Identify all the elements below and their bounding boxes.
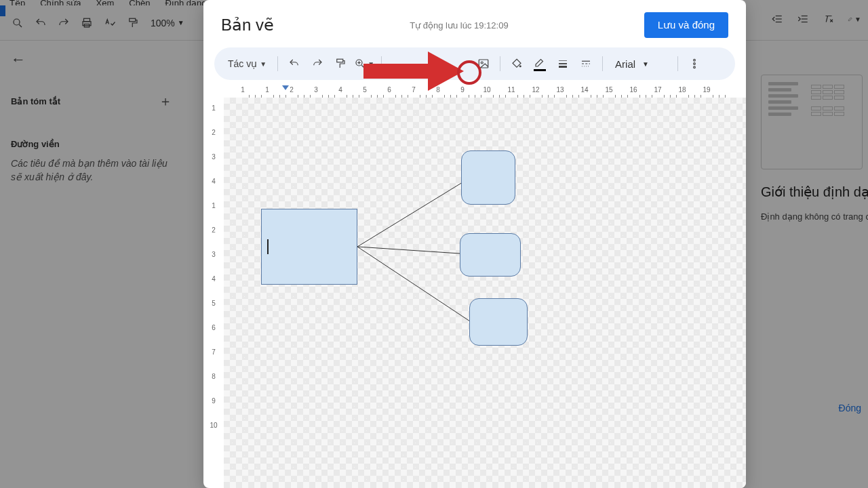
drawing-toolbar: Tác vụ▼ ▼ Arial▼	[214, 47, 735, 80]
paint-format-icon[interactable]	[331, 54, 350, 73]
ruler-vertical[interactable]: 123412345678910	[203, 98, 224, 488]
summary-label: Bản tóm tắt	[11, 96, 60, 106]
svg-point-27	[694, 63, 696, 65]
print-icon[interactable]	[79, 15, 95, 31]
modal-header: Bản vẽ Tự động lưu lúc 19:12:09 Lưu và đ…	[203, 0, 746, 47]
indent-increase-icon[interactable]	[796, 12, 810, 26]
actions-dropdown[interactable]: Tác vụ▼	[224, 54, 271, 73]
font-name: Arial	[615, 58, 635, 70]
clear-format-icon[interactable]	[822, 12, 835, 26]
svg-line-33	[357, 247, 470, 321]
paint-format-icon[interactable]	[125, 15, 141, 31]
info-close-link[interactable]: Đóng	[839, 403, 861, 413]
text-caret	[267, 239, 269, 254]
svg-point-19	[519, 65, 521, 67]
svg-line-1	[19, 24, 22, 27]
spellcheck-icon[interactable]	[102, 15, 118, 31]
info-body: Định dạng không có trang cho phép bạn th…	[761, 210, 868, 224]
drawing-canvas[interactable]	[224, 98, 746, 488]
zoom-value: 100%	[151, 18, 175, 28]
svg-point-28	[694, 66, 696, 68]
svg-point-18	[481, 62, 483, 64]
ruler-horizontal[interactable]: 112345678910111213141516171819	[224, 84, 746, 98]
add-summary-icon[interactable]: ＋	[159, 92, 172, 110]
menu-view[interactable]: Xem	[96, 0, 115, 5]
save-and-close-button[interactable]: Lưu và đóng	[644, 12, 728, 38]
zoom-dropdown[interactable]: 100%▼	[148, 18, 187, 28]
svg-marker-30	[428, 52, 464, 91]
editing-mode-icon[interactable]: ▼	[848, 12, 861, 26]
info-title: Giới thiệu định dạng không có trang	[761, 183, 868, 201]
docs-logo-fragment	[0, 5, 5, 16]
separator	[677, 56, 678, 71]
actions-label: Tác vụ	[228, 58, 257, 69]
svg-line-32	[357, 247, 460, 253]
more-icon[interactable]	[685, 54, 704, 73]
info-panel: Giới thiệu định dạng không có trang Định…	[753, 41, 868, 488]
border-weight-icon[interactable]	[553, 54, 572, 73]
menu-file[interactable]: Tệp	[9, 0, 25, 5]
menu-insert[interactable]: Chèn	[129, 0, 150, 5]
outline-pane: ← Bản tóm tắt ＋ Đường viền Các tiêu đề m…	[0, 41, 183, 488]
autosave-status: Tự động lưu lúc 19:12:09	[410, 20, 508, 30]
svg-line-31	[357, 180, 466, 247]
drawing-modal: Bản vẽ Tự động lưu lúc 19:12:09 Lưu và đ…	[203, 0, 746, 488]
svg-rect-29	[363, 64, 431, 79]
svg-rect-17	[479, 60, 488, 68]
modal-title: Bản vẽ	[221, 16, 274, 35]
undo-icon[interactable]	[33, 15, 49, 31]
border-color-icon[interactable]	[530, 54, 549, 73]
rounded-rect-shape-2[interactable]	[460, 233, 521, 277]
rounded-rect-shape-3[interactable]	[469, 298, 528, 346]
svg-point-26	[694, 59, 696, 61]
separator	[602, 56, 603, 71]
outline-label: Đường viền	[11, 123, 172, 157]
info-body-text: Định dạng không có trang cho phép bạn th…	[761, 211, 868, 222]
svg-point-0	[14, 19, 20, 25]
separator	[277, 56, 278, 71]
redo-icon[interactable]	[56, 15, 72, 31]
border-dash-icon[interactable]	[576, 54, 595, 73]
font-dropdown[interactable]: Arial▼	[610, 58, 671, 70]
insert-image-icon[interactable]	[474, 54, 493, 73]
undo-icon[interactable]	[285, 54, 304, 73]
right-toolbar-fragment: ▼	[770, 12, 861, 26]
fill-color-icon[interactable]	[507, 54, 526, 73]
menu-edit[interactable]: Chỉnh sửa	[40, 0, 81, 5]
redo-icon[interactable]	[308, 54, 327, 73]
rectangle-shape[interactable]	[261, 209, 357, 285]
svg-rect-2	[84, 18, 90, 22]
menu-format[interactable]: Định dạng	[165, 0, 206, 5]
separator	[500, 56, 500, 71]
svg-rect-5	[130, 18, 136, 22]
svg-rect-12	[337, 59, 343, 62]
indent-decrease-icon[interactable]	[770, 12, 784, 26]
tutorial-arrow	[363, 50, 465, 92]
search-icon[interactable]	[9, 15, 26, 31]
back-arrow-icon[interactable]: ←	[11, 51, 26, 68]
pageless-preview	[761, 75, 863, 169]
ruler-margin-marker[interactable]	[282, 85, 289, 90]
rounded-rect-shape-1[interactable]	[461, 150, 515, 205]
outline-empty-hint: Các tiêu đề mà bạn thêm vào tài liệu sẽ …	[11, 157, 172, 184]
